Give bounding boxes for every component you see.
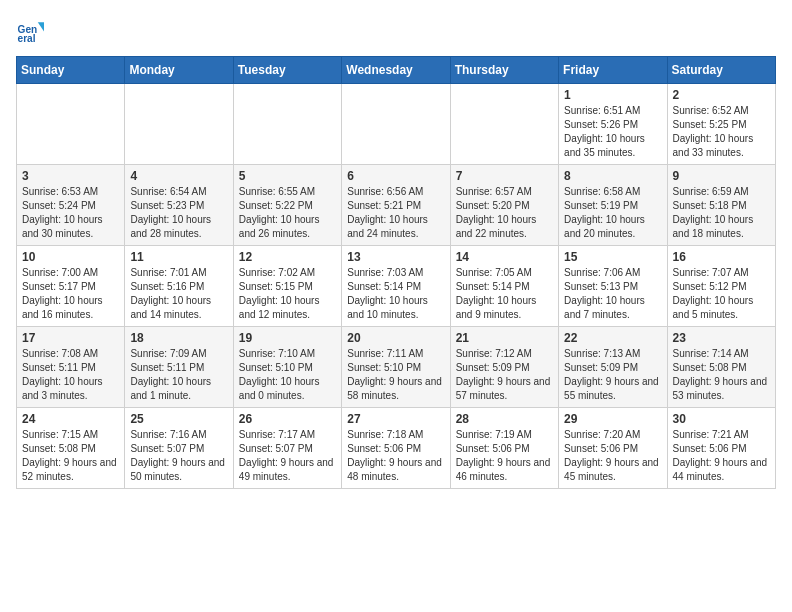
calendar-week-row: 24Sunrise: 7:15 AMSunset: 5:08 PMDayligh… (17, 408, 776, 489)
day-number: 18 (130, 331, 227, 345)
calendar-cell: 27Sunrise: 7:18 AMSunset: 5:06 PMDayligh… (342, 408, 450, 489)
calendar-cell: 5Sunrise: 6:55 AMSunset: 5:22 PMDaylight… (233, 165, 341, 246)
day-number: 25 (130, 412, 227, 426)
calendar-cell (450, 84, 558, 165)
day-number: 17 (22, 331, 119, 345)
calendar-cell (125, 84, 233, 165)
calendar-cell: 26Sunrise: 7:17 AMSunset: 5:07 PMDayligh… (233, 408, 341, 489)
day-number: 12 (239, 250, 336, 264)
day-number: 7 (456, 169, 553, 183)
cell-info: Sunrise: 7:03 AMSunset: 5:14 PMDaylight:… (347, 266, 444, 322)
calendar-cell: 3Sunrise: 6:53 AMSunset: 5:24 PMDaylight… (17, 165, 125, 246)
calendar-cell: 7Sunrise: 6:57 AMSunset: 5:20 PMDaylight… (450, 165, 558, 246)
day-number: 28 (456, 412, 553, 426)
day-number: 21 (456, 331, 553, 345)
calendar-cell: 2Sunrise: 6:52 AMSunset: 5:25 PMDaylight… (667, 84, 775, 165)
calendar-week-row: 1Sunrise: 6:51 AMSunset: 5:26 PMDaylight… (17, 84, 776, 165)
calendar-week-row: 10Sunrise: 7:00 AMSunset: 5:17 PMDayligh… (17, 246, 776, 327)
cell-info: Sunrise: 7:06 AMSunset: 5:13 PMDaylight:… (564, 266, 661, 322)
calendar-cell (17, 84, 125, 165)
cell-info: Sunrise: 7:13 AMSunset: 5:09 PMDaylight:… (564, 347, 661, 403)
day-header-monday: Monday (125, 57, 233, 84)
calendar-cell: 24Sunrise: 7:15 AMSunset: 5:08 PMDayligh… (17, 408, 125, 489)
cell-info: Sunrise: 7:02 AMSunset: 5:15 PMDaylight:… (239, 266, 336, 322)
cell-info: Sunrise: 7:01 AMSunset: 5:16 PMDaylight:… (130, 266, 227, 322)
cell-info: Sunrise: 7:16 AMSunset: 5:07 PMDaylight:… (130, 428, 227, 484)
day-header-saturday: Saturday (667, 57, 775, 84)
day-number: 26 (239, 412, 336, 426)
cell-info: Sunrise: 7:05 AMSunset: 5:14 PMDaylight:… (456, 266, 553, 322)
calendar-cell: 30Sunrise: 7:21 AMSunset: 5:06 PMDayligh… (667, 408, 775, 489)
day-number: 9 (673, 169, 770, 183)
calendar-cell: 17Sunrise: 7:08 AMSunset: 5:11 PMDayligh… (17, 327, 125, 408)
cell-info: Sunrise: 6:54 AMSunset: 5:23 PMDaylight:… (130, 185, 227, 241)
cell-info: Sunrise: 7:18 AMSunset: 5:06 PMDaylight:… (347, 428, 444, 484)
day-number: 10 (22, 250, 119, 264)
day-number: 4 (130, 169, 227, 183)
cell-info: Sunrise: 6:55 AMSunset: 5:22 PMDaylight:… (239, 185, 336, 241)
calendar-cell: 11Sunrise: 7:01 AMSunset: 5:16 PMDayligh… (125, 246, 233, 327)
day-number: 11 (130, 250, 227, 264)
day-number: 20 (347, 331, 444, 345)
day-number: 22 (564, 331, 661, 345)
logo-icon: Gen eral (16, 16, 44, 44)
calendar-header-row: SundayMondayTuesdayWednesdayThursdayFrid… (17, 57, 776, 84)
cell-info: Sunrise: 7:17 AMSunset: 5:07 PMDaylight:… (239, 428, 336, 484)
cell-info: Sunrise: 7:15 AMSunset: 5:08 PMDaylight:… (22, 428, 119, 484)
day-number: 23 (673, 331, 770, 345)
calendar-cell: 10Sunrise: 7:00 AMSunset: 5:17 PMDayligh… (17, 246, 125, 327)
cell-info: Sunrise: 7:09 AMSunset: 5:11 PMDaylight:… (130, 347, 227, 403)
cell-info: Sunrise: 6:53 AMSunset: 5:24 PMDaylight:… (22, 185, 119, 241)
calendar-cell: 25Sunrise: 7:16 AMSunset: 5:07 PMDayligh… (125, 408, 233, 489)
calendar-cell: 29Sunrise: 7:20 AMSunset: 5:06 PMDayligh… (559, 408, 667, 489)
cell-info: Sunrise: 7:21 AMSunset: 5:06 PMDaylight:… (673, 428, 770, 484)
day-number: 30 (673, 412, 770, 426)
cell-info: Sunrise: 7:10 AMSunset: 5:10 PMDaylight:… (239, 347, 336, 403)
day-number: 6 (347, 169, 444, 183)
calendar-cell: 22Sunrise: 7:13 AMSunset: 5:09 PMDayligh… (559, 327, 667, 408)
calendar-cell: 4Sunrise: 6:54 AMSunset: 5:23 PMDaylight… (125, 165, 233, 246)
logo: Gen eral (16, 16, 46, 44)
calendar-cell: 20Sunrise: 7:11 AMSunset: 5:10 PMDayligh… (342, 327, 450, 408)
calendar-cell: 16Sunrise: 7:07 AMSunset: 5:12 PMDayligh… (667, 246, 775, 327)
day-number: 5 (239, 169, 336, 183)
calendar-cell: 13Sunrise: 7:03 AMSunset: 5:14 PMDayligh… (342, 246, 450, 327)
calendar-cell: 6Sunrise: 6:56 AMSunset: 5:21 PMDaylight… (342, 165, 450, 246)
calendar-cell: 12Sunrise: 7:02 AMSunset: 5:15 PMDayligh… (233, 246, 341, 327)
day-number: 8 (564, 169, 661, 183)
day-number: 2 (673, 88, 770, 102)
cell-info: Sunrise: 7:08 AMSunset: 5:11 PMDaylight:… (22, 347, 119, 403)
day-header-tuesday: Tuesday (233, 57, 341, 84)
cell-info: Sunrise: 7:00 AMSunset: 5:17 PMDaylight:… (22, 266, 119, 322)
calendar-cell: 9Sunrise: 6:59 AMSunset: 5:18 PMDaylight… (667, 165, 775, 246)
svg-text:eral: eral (18, 33, 36, 44)
day-number: 13 (347, 250, 444, 264)
calendar-cell: 8Sunrise: 6:58 AMSunset: 5:19 PMDaylight… (559, 165, 667, 246)
cell-info: Sunrise: 6:59 AMSunset: 5:18 PMDaylight:… (673, 185, 770, 241)
calendar-cell: 18Sunrise: 7:09 AMSunset: 5:11 PMDayligh… (125, 327, 233, 408)
day-number: 14 (456, 250, 553, 264)
day-number: 15 (564, 250, 661, 264)
day-header-sunday: Sunday (17, 57, 125, 84)
day-number: 3 (22, 169, 119, 183)
calendar-cell (233, 84, 341, 165)
cell-info: Sunrise: 7:07 AMSunset: 5:12 PMDaylight:… (673, 266, 770, 322)
cell-info: Sunrise: 7:11 AMSunset: 5:10 PMDaylight:… (347, 347, 444, 403)
day-number: 24 (22, 412, 119, 426)
page-header: Gen eral (16, 16, 776, 44)
day-number: 16 (673, 250, 770, 264)
calendar-week-row: 17Sunrise: 7:08 AMSunset: 5:11 PMDayligh… (17, 327, 776, 408)
calendar-cell: 21Sunrise: 7:12 AMSunset: 5:09 PMDayligh… (450, 327, 558, 408)
cell-info: Sunrise: 6:57 AMSunset: 5:20 PMDaylight:… (456, 185, 553, 241)
calendar-cell: 23Sunrise: 7:14 AMSunset: 5:08 PMDayligh… (667, 327, 775, 408)
cell-info: Sunrise: 7:20 AMSunset: 5:06 PMDaylight:… (564, 428, 661, 484)
calendar-table: SundayMondayTuesdayWednesdayThursdayFrid… (16, 56, 776, 489)
calendar-cell: 1Sunrise: 6:51 AMSunset: 5:26 PMDaylight… (559, 84, 667, 165)
cell-info: Sunrise: 7:12 AMSunset: 5:09 PMDaylight:… (456, 347, 553, 403)
cell-info: Sunrise: 6:56 AMSunset: 5:21 PMDaylight:… (347, 185, 444, 241)
day-header-friday: Friday (559, 57, 667, 84)
cell-info: Sunrise: 6:58 AMSunset: 5:19 PMDaylight:… (564, 185, 661, 241)
day-number: 27 (347, 412, 444, 426)
calendar-cell: 14Sunrise: 7:05 AMSunset: 5:14 PMDayligh… (450, 246, 558, 327)
cell-info: Sunrise: 7:19 AMSunset: 5:06 PMDaylight:… (456, 428, 553, 484)
